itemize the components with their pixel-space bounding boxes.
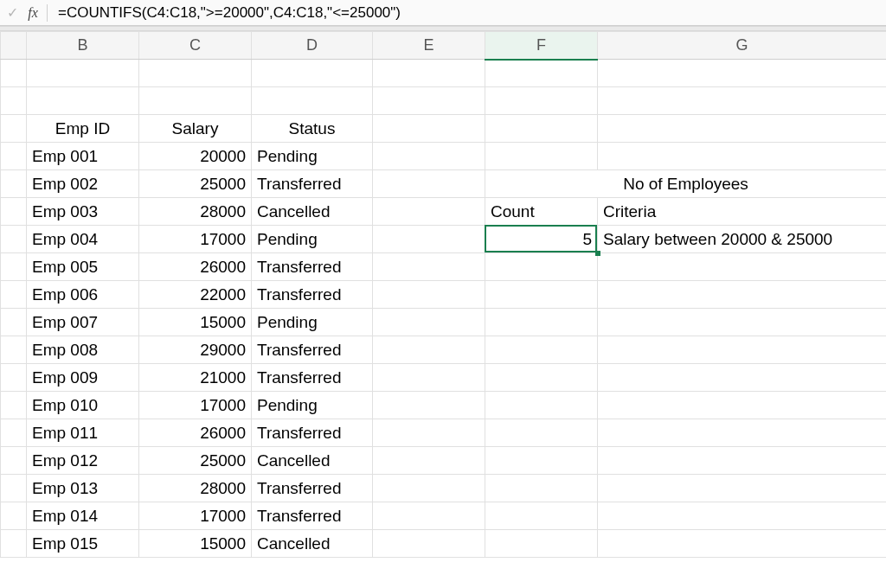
cell-status[interactable]: Transferred <box>252 281 373 309</box>
cell[interactable] <box>598 309 887 336</box>
table-header-salary[interactable]: Salary <box>139 115 252 143</box>
cell-empid[interactable]: Emp 008 <box>27 336 139 364</box>
cell-empid[interactable]: Emp 004 <box>27 226 139 253</box>
summary-criteria-value[interactable]: Salary between 20000 & 25000 <box>598 226 887 253</box>
cell-salary[interactable]: 21000 <box>139 364 252 392</box>
row-stub[interactable] <box>1 281 27 309</box>
cell[interactable] <box>27 87 139 115</box>
cell-salary[interactable]: 28000 <box>139 475 252 502</box>
cell-salary[interactable]: 28000 <box>139 198 252 226</box>
cell[interactable] <box>485 419 598 447</box>
row-stub[interactable] <box>1 530 27 558</box>
row-stub[interactable] <box>1 170 27 198</box>
cell[interactable] <box>252 87 373 115</box>
row-stub[interactable] <box>1 447 27 475</box>
cell[interactable] <box>485 364 598 392</box>
cell[interactable] <box>373 447 485 475</box>
cell[interactable] <box>373 530 485 558</box>
cell-salary[interactable]: 17000 <box>139 226 252 253</box>
cell-salary[interactable]: 17000 <box>139 502 252 530</box>
cell-salary[interactable]: 22000 <box>139 281 252 309</box>
cell[interactable] <box>373 115 485 143</box>
cell[interactable] <box>598 60 887 87</box>
row-stub[interactable] <box>1 226 27 253</box>
cell[interactable] <box>485 392 598 419</box>
cell-salary[interactable]: 25000 <box>139 170 252 198</box>
cell[interactable] <box>373 170 485 198</box>
cell-empid[interactable]: Emp 006 <box>27 281 139 309</box>
row-stub[interactable] <box>1 392 27 419</box>
cell-status[interactable]: Transferred <box>252 336 373 364</box>
cell[interactable] <box>598 419 887 447</box>
summary-title[interactable]: No of Employees <box>485 170 887 198</box>
cell[interactable] <box>485 502 598 530</box>
cell[interactable] <box>598 87 887 115</box>
cell[interactable] <box>485 143 598 170</box>
cell[interactable] <box>485 60 598 87</box>
cell[interactable] <box>373 419 485 447</box>
cell-salary[interactable]: 25000 <box>139 447 252 475</box>
cell[interactable] <box>373 336 485 364</box>
cell[interactable] <box>373 143 485 170</box>
cell[interactable] <box>485 309 598 336</box>
cell[interactable] <box>373 60 485 87</box>
cell[interactable] <box>252 60 373 87</box>
cell[interactable] <box>598 392 887 419</box>
col-header-E[interactable]: E <box>373 32 485 60</box>
cell[interactable] <box>27 60 139 87</box>
cell[interactable] <box>598 115 887 143</box>
cell-status[interactable]: Cancelled <box>252 530 373 558</box>
row-stub[interactable] <box>1 143 27 170</box>
formula-input[interactable] <box>55 3 881 22</box>
cell[interactable] <box>373 253 485 281</box>
cell[interactable] <box>485 530 598 558</box>
cell[interactable] <box>373 226 485 253</box>
col-header-F[interactable]: F <box>485 32 598 60</box>
cell-empid[interactable]: Emp 005 <box>27 253 139 281</box>
cell-status[interactable]: Cancelled <box>252 198 373 226</box>
cell-empid[interactable]: Emp 007 <box>27 309 139 336</box>
cell[interactable] <box>598 502 887 530</box>
cell[interactable] <box>598 475 887 502</box>
cell-status[interactable]: Pending <box>252 309 373 336</box>
cell[interactable] <box>485 87 598 115</box>
spreadsheet-grid[interactable]: B C D E F G Emp ID Salary Status Emp 001… <box>0 31 886 558</box>
row-stub[interactable] <box>1 87 27 115</box>
cell[interactable] <box>485 281 598 309</box>
cell[interactable] <box>373 87 485 115</box>
cell-salary[interactable]: 20000 <box>139 143 252 170</box>
cell[interactable] <box>598 143 887 170</box>
row-stub[interactable] <box>1 419 27 447</box>
row-stub[interactable] <box>1 60 27 87</box>
col-header-G[interactable]: G <box>598 32 887 60</box>
cell[interactable] <box>598 530 887 558</box>
cell-salary[interactable]: 26000 <box>139 253 252 281</box>
cell-empid[interactable]: Emp 013 <box>27 475 139 502</box>
cell-salary[interactable]: 15000 <box>139 530 252 558</box>
cell[interactable] <box>598 364 887 392</box>
row-stub[interactable] <box>1 309 27 336</box>
cell[interactable] <box>598 253 887 281</box>
cell-status[interactable]: Transferred <box>252 364 373 392</box>
cell-empid[interactable]: Emp 011 <box>27 419 139 447</box>
cell-status[interactable]: Pending <box>252 226 373 253</box>
cell-status[interactable]: Pending <box>252 392 373 419</box>
fx-icon[interactable]: fx <box>26 5 40 21</box>
row-stub[interactable] <box>1 336 27 364</box>
cell-empid[interactable]: Emp 009 <box>27 364 139 392</box>
cell-empid[interactable]: Emp 001 <box>27 143 139 170</box>
cell[interactable] <box>485 115 598 143</box>
cell-status[interactable]: Cancelled <box>252 447 373 475</box>
cell[interactable] <box>485 447 598 475</box>
cell-status[interactable]: Transferred <box>252 419 373 447</box>
cell-status[interactable]: Transferred <box>252 170 373 198</box>
col-header-D[interactable]: D <box>252 32 373 60</box>
cell[interactable] <box>485 253 598 281</box>
cell-empid[interactable]: Emp 003 <box>27 198 139 226</box>
cell-empid[interactable]: Emp 014 <box>27 502 139 530</box>
cell-salary[interactable]: 17000 <box>139 392 252 419</box>
cell[interactable] <box>598 281 887 309</box>
cell[interactable] <box>373 475 485 502</box>
cell[interactable] <box>139 60 252 87</box>
cell[interactable] <box>139 87 252 115</box>
